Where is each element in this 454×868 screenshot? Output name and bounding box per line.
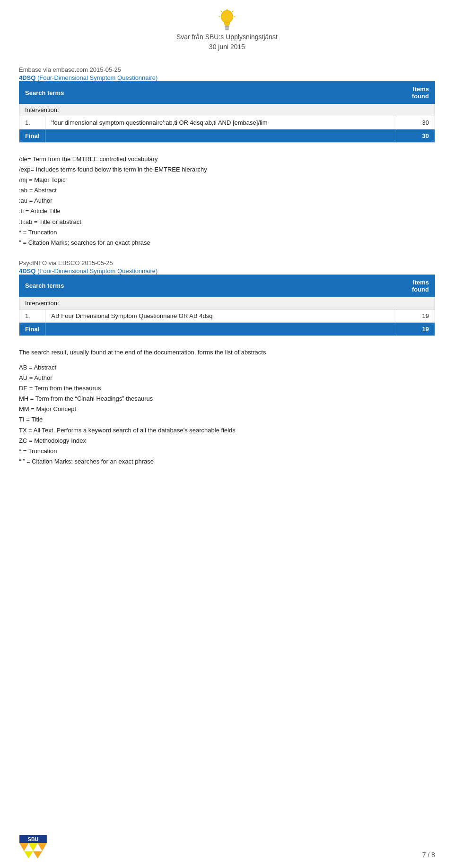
- sbu-logo: SBU: [19, 835, 47, 859]
- embase-source: Embase via embase.com 2015-05-25: [19, 66, 435, 73]
- svg-marker-14: [24, 851, 33, 859]
- psycinfo-final-items: 19: [397, 322, 435, 335]
- embase-title: 4DSQ (Four-Dimensional Symptom Questionn…: [19, 74, 435, 81]
- legend2-block: The search result, usually found at the …: [19, 347, 435, 467]
- svg-point-0: [221, 10, 233, 23]
- header-title: Svar från SBU:s Upplysningstjänst 30 jun…: [176, 32, 278, 52]
- embase-intervention-row: Intervention:: [19, 104, 435, 116]
- legend1-line-3: :ab = Abstract: [19, 185, 435, 196]
- legend1-line-4: :au = Author: [19, 196, 435, 206]
- psycinfo-col1-header: Search terms: [19, 275, 397, 297]
- psycinfo-final-empty: [45, 322, 397, 335]
- psycinfo-final-label: Final: [19, 322, 45, 335]
- embase-final-row: Final 30: [19, 129, 435, 143]
- page-number: 7 / 8: [422, 851, 435, 859]
- legend1-line-1: /exp= Includes terms found below this te…: [19, 164, 435, 175]
- svg-line-6: [232, 11, 234, 12]
- svg-marker-13: [38, 843, 47, 851]
- svg-line-5: [221, 11, 222, 12]
- legend1-block: /de= Term from the EMTREE controlled voc…: [19, 154, 435, 248]
- lightbulb-icon: [218, 9, 236, 32]
- legend1-line-0: /de= Term from the EMTREE controlled voc…: [19, 154, 435, 164]
- svg-rect-3: [225, 29, 229, 30]
- psycinfo-final-row: Final 19: [19, 322, 435, 335]
- psycinfo-title: 4DSQ (Four-Dimensional Symptom Questionn…: [19, 267, 435, 275]
- legend1-line-5: :ti = Article Title: [19, 206, 435, 216]
- embase-row1-term: 'four dimensional symptom questionnaire'…: [45, 116, 397, 129]
- psycinfo-title-rest: (Four-Dimensional Symptom Questionnaire): [35, 267, 157, 275]
- main-content: Embase via embase.com 2015-05-25 4DSQ (F…: [0, 57, 454, 507]
- embase-col1-header: Search terms: [19, 82, 397, 104]
- psycinfo-data-row-1: 1. AB Four Dimensional Symptom Questionn…: [19, 309, 435, 322]
- legend2-line-1: AU = Author: [19, 373, 435, 383]
- legend2-intro: The search result, usually found at the …: [19, 347, 435, 358]
- psycinfo-row1-items: 19: [397, 309, 435, 322]
- embase-col2-header: Items found: [397, 82, 435, 104]
- legend1-line-2: /mj = Major Topic: [19, 175, 435, 185]
- legend2-line-6: TX = All Text. Performs a keyword search…: [19, 425, 435, 436]
- embase-final-empty: [45, 129, 397, 143]
- svg-marker-12: [28, 843, 37, 851]
- psycinfo-block: PsycINFO via EBSCO 2015-05-25 4DSQ (Four…: [19, 259, 435, 336]
- legend1-line-8: '' = Citation Marks; searches for an exa…: [19, 238, 435, 248]
- legend2-line-4: MM = Major Concept: [19, 404, 435, 414]
- embase-intervention-label: Intervention:: [19, 104, 435, 116]
- embase-row1-num: 1.: [19, 116, 45, 129]
- svg-marker-15: [33, 851, 42, 859]
- page-header: Svar från SBU:s Upplysningstjänst 30 jun…: [0, 0, 454, 57]
- svg-marker-11: [19, 843, 28, 851]
- svg-rect-2: [225, 27, 229, 29]
- legend2-line-2: DE = Term from the thesaurus: [19, 383, 435, 394]
- psycinfo-source: PsycINFO via EBSCO 2015-05-25: [19, 259, 435, 266]
- embase-table: Search terms Items found Intervention: 1…: [19, 81, 435, 143]
- legend2-line-0: AB = Abstract: [19, 362, 435, 373]
- embase-title-rest: (Four-Dimensional Symptom Questionnaire): [35, 74, 157, 81]
- svg-rect-1: [225, 26, 229, 27]
- legend2-line-7: ZC = Methodology Index: [19, 436, 435, 446]
- legend2-line-5: TI = Title: [19, 414, 435, 425]
- psycinfo-row1-num: 1.: [19, 309, 45, 322]
- embase-title-bold: 4DSQ: [19, 74, 35, 81]
- legend2-line-8: * = Truncation: [19, 446, 435, 456]
- legend1-line-7: * = Truncation: [19, 227, 435, 238]
- embase-data-row-1: 1. 'four dimensional symptom questionnai…: [19, 116, 435, 129]
- psycinfo-col2-header: Items found: [397, 275, 435, 297]
- svg-text:SBU: SBU: [28, 836, 38, 842]
- legend2-line-3: MH = Term from the “Cinahl Headings” the…: [19, 394, 435, 404]
- embase-final-label: Final: [19, 129, 45, 143]
- embase-block: Embase via embase.com 2015-05-25 4DSQ (F…: [19, 66, 435, 143]
- page-footer: SBU 7 / 8: [0, 835, 454, 859]
- legend2-line-9: “ ” = Citation Marks; searches for an ex…: [19, 456, 435, 467]
- embase-row1-items: 30: [397, 116, 435, 129]
- psycinfo-title-bold: 4DSQ: [19, 267, 35, 275]
- psycinfo-intervention-label: Intervention:: [19, 297, 435, 309]
- psycinfo-table: Search terms Items found Intervention: 1…: [19, 275, 435, 336]
- legend1-line-6: :ti:ab = Title or abstract: [19, 217, 435, 227]
- psycinfo-intervention-row: Intervention:: [19, 297, 435, 309]
- psycinfo-row1-term: AB Four Dimensional Symptom Questionnair…: [45, 309, 397, 322]
- embase-final-items: 30: [397, 129, 435, 143]
